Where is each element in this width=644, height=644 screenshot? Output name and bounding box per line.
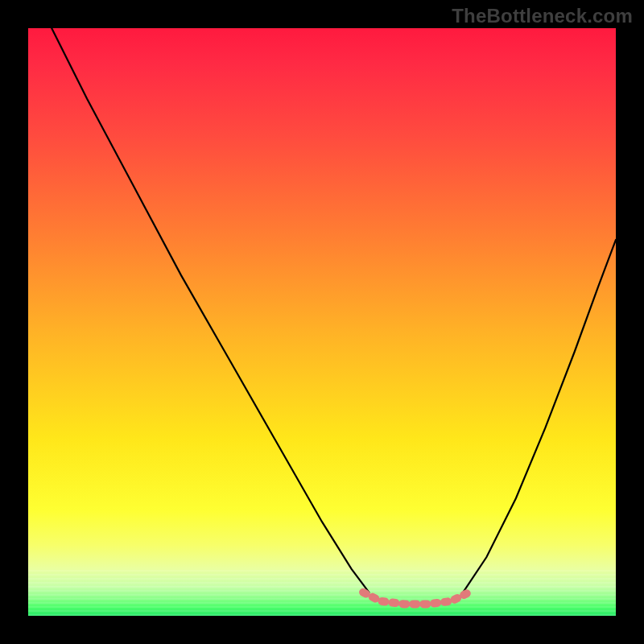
curve-layer <box>28 28 616 616</box>
chart-frame: TheBottleneck.com <box>0 0 644 644</box>
bottom-highlight-path <box>363 592 469 605</box>
curve-right-path <box>463 240 616 592</box>
watermark-text: TheBottleneck.com <box>452 5 633 27</box>
plot-area <box>28 28 616 616</box>
curve-left-path <box>52 28 369 592</box>
